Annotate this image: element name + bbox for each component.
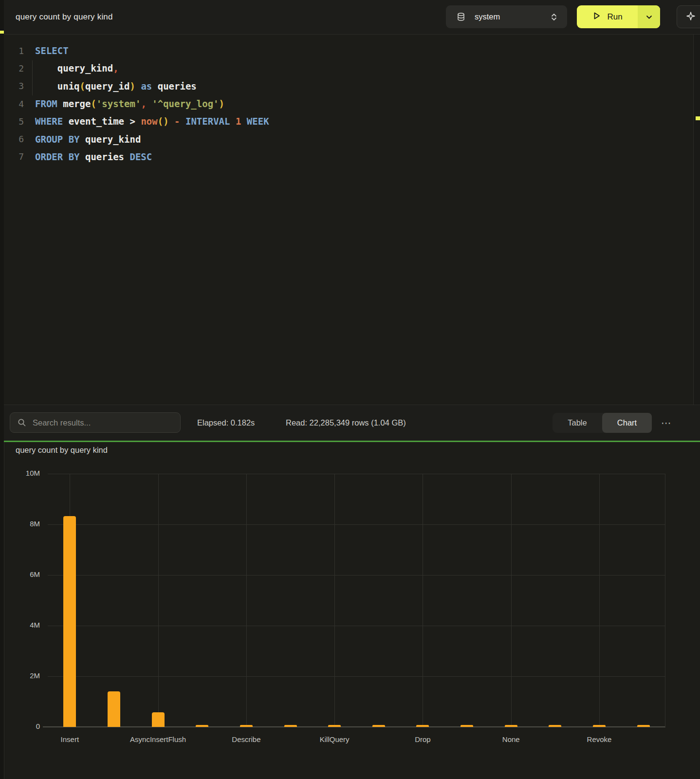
search-results-box[interactable] xyxy=(10,412,181,433)
line-number: 4 xyxy=(4,99,24,109)
editor-line[interactable]: 1SELECT xyxy=(4,42,693,59)
bar[interactable] xyxy=(328,725,341,727)
v-gridline xyxy=(334,474,335,727)
database-selector-value: system xyxy=(475,12,551,21)
h-gridline xyxy=(48,676,665,677)
code-token xyxy=(241,116,246,127)
code-line: query_kind, xyxy=(35,63,119,74)
code-line: FROM merge('system', '^query_log') xyxy=(35,98,224,109)
code-token: , xyxy=(113,63,118,74)
scrollbar-cursor-marker xyxy=(696,116,700,120)
search-icon xyxy=(18,418,26,427)
code-token: ) xyxy=(129,81,135,92)
code-token xyxy=(180,116,185,127)
code-token xyxy=(230,116,235,127)
run-options-button[interactable] xyxy=(638,5,660,28)
sql-editor[interactable]: 1SELECT2 query_kind,3 uniq(query_id) as … xyxy=(4,35,693,405)
v-gridline xyxy=(511,474,512,727)
bar[interactable] xyxy=(284,725,297,727)
code-token: '^query_log' xyxy=(152,98,219,109)
code-token: ( xyxy=(91,98,96,109)
code-token: query_kind xyxy=(35,63,113,74)
bar[interactable] xyxy=(372,725,385,727)
h-gridline xyxy=(48,575,665,575)
code-token: ) xyxy=(219,98,224,109)
code-token: DESC xyxy=(129,151,152,162)
editor-scrollbar[interactable] xyxy=(693,35,700,405)
bar[interactable] xyxy=(461,725,473,727)
bar[interactable] xyxy=(637,725,650,727)
search-results-input[interactable] xyxy=(32,418,170,428)
code-token: queries xyxy=(152,81,197,92)
editor-line[interactable]: 3 uniq(query_id) as queries xyxy=(4,77,693,95)
run-button-main[interactable]: Run xyxy=(577,5,638,28)
bar[interactable] xyxy=(593,725,606,727)
editor-lines: 1SELECT2 query_kind,3 uniq(query_id) as … xyxy=(4,42,693,166)
code-token: WHERE xyxy=(35,116,63,127)
editor-line[interactable]: 6GROUP BY query_kind xyxy=(4,130,693,148)
editor-line[interactable]: 5WHERE event_time > now() - INTERVAL 1 W… xyxy=(4,112,693,130)
database-selector[interactable]: system xyxy=(446,5,567,28)
y-tick-label: 10M xyxy=(5,469,40,477)
bar[interactable] xyxy=(108,691,120,727)
code-token: WEEK xyxy=(247,116,269,127)
code-token: - xyxy=(174,116,180,127)
run-button[interactable]: Run xyxy=(577,5,660,28)
more-options-button[interactable]: ⋯ xyxy=(659,413,674,433)
bar[interactable] xyxy=(63,516,76,727)
code-token: query_id xyxy=(85,81,130,92)
pane-resize-divider[interactable] xyxy=(4,441,700,442)
h-gridline xyxy=(48,524,665,525)
y-tick-label: 8M xyxy=(5,519,40,528)
bar[interactable] xyxy=(152,712,165,727)
x-tick-label: AsyncInsertFlush xyxy=(110,735,207,743)
editor-line[interactable]: 7ORDER BY queries DESC xyxy=(4,148,693,166)
h-gridline xyxy=(48,474,665,474)
x-tick-label: Describe xyxy=(198,735,295,743)
bar[interactable] xyxy=(240,725,253,727)
run-button-label: Run xyxy=(607,12,622,22)
bar[interactable] xyxy=(416,725,429,727)
x-tick-label: Revoke xyxy=(551,735,648,743)
tab-chart[interactable]: Chart xyxy=(602,413,652,433)
y-tick-label: 4M xyxy=(5,621,40,629)
code-token: FROM xyxy=(35,98,57,109)
indent-guide xyxy=(32,60,33,95)
v-gridline xyxy=(665,474,665,727)
line-number: 7 xyxy=(4,151,24,162)
code-token: query_kind xyxy=(80,134,141,145)
tab-table[interactable]: Table xyxy=(553,413,602,433)
x-tick-label: Drop xyxy=(374,735,471,743)
code-token: queries xyxy=(80,151,130,162)
code-token: now xyxy=(141,116,157,127)
line-number: 5 xyxy=(4,116,24,127)
line-number: 3 xyxy=(4,81,24,91)
line-number: 1 xyxy=(4,46,24,56)
code-token xyxy=(135,81,141,92)
y-tick-label: 2M xyxy=(5,671,40,680)
code-token: > xyxy=(129,116,141,127)
ellipsis-icon: ⋯ xyxy=(661,417,672,429)
y-tick-label: 6M xyxy=(5,570,40,578)
code-token: GROUP BY xyxy=(35,134,80,145)
chart-title: query count by query kind xyxy=(16,442,108,458)
left-yellow-marker xyxy=(0,31,4,34)
code-token: merge xyxy=(57,98,91,109)
x-tick-label: None xyxy=(462,735,560,743)
bar[interactable] xyxy=(505,725,517,727)
editor-line[interactable]: 2 query_kind, xyxy=(4,59,693,77)
chevron-down-icon xyxy=(646,13,652,21)
sparkle-button[interactable] xyxy=(677,5,700,28)
elapsed-stat: Elapsed: 0.182s xyxy=(197,405,255,441)
code-line: GROUP BY query_kind xyxy=(35,134,141,145)
bar[interactable] xyxy=(549,725,561,727)
x-axis-line xyxy=(43,726,665,727)
code-token xyxy=(169,116,174,127)
bar[interactable] xyxy=(196,725,208,727)
code-token: as xyxy=(141,81,152,92)
editor-line[interactable]: 4FROM merge('system', '^query_log') xyxy=(4,95,693,112)
sparkle-icon xyxy=(686,11,696,23)
read-stat: Read: 22,285,349 rows (1.04 GB) xyxy=(286,405,406,441)
code-token: () xyxy=(158,116,169,127)
query-tab-title: query count by query kind xyxy=(16,0,113,34)
